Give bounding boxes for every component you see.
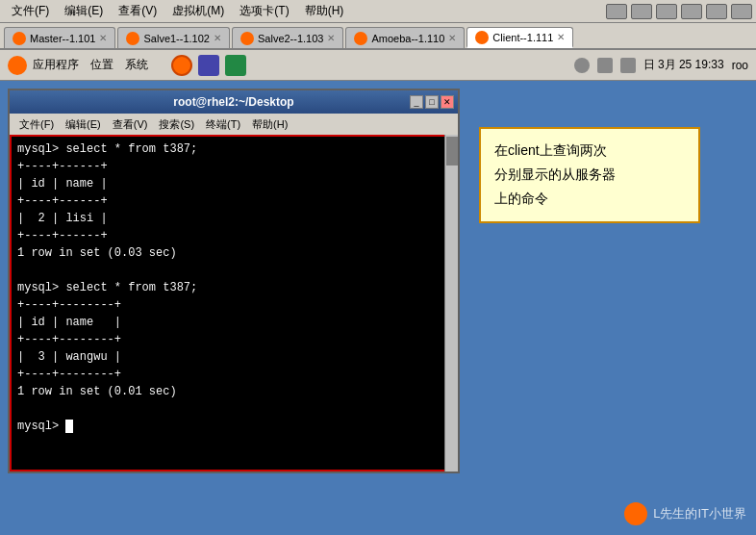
tab-bar: Master--1.101 ✕ Salve1--1.102 ✕ Salve2--… xyxy=(0,23,756,50)
term-menu-view[interactable]: 查看(V) xyxy=(107,115,154,134)
annotation-box: 在client上查询两次 分别显示的从服务器 上的命令 xyxy=(479,127,700,223)
terminal-output-line-11: | id | name | xyxy=(17,314,450,331)
menu-file[interactable]: 文件(F) xyxy=(4,1,57,21)
terminal-content[interactable]: mysql> select * from t387; +----+------+… xyxy=(10,135,458,471)
toolbar-icon-5[interactable] xyxy=(706,4,727,19)
tab-close-client[interactable]: ✕ xyxy=(557,32,565,42)
toolbar-icon-6[interactable] xyxy=(731,4,752,19)
browser-icon[interactable] xyxy=(198,55,219,76)
tab-master[interactable]: Master--1.101 ✕ xyxy=(4,27,115,48)
tab-icon-client xyxy=(475,31,489,44)
watermark-icon xyxy=(624,502,647,525)
terminal-output-line-8 xyxy=(17,262,450,279)
taskbar-username: roo xyxy=(732,59,748,72)
tray-icon-1 xyxy=(574,58,590,73)
tray-icon-3 xyxy=(620,58,636,73)
files-icon[interactable] xyxy=(225,55,246,76)
terminal-output-line-2: +----+------+ xyxy=(17,158,450,175)
toolbar-icon-1[interactable] xyxy=(606,4,627,19)
menu-tab[interactable]: 选项卡(T) xyxy=(232,1,296,21)
watermark: L先生的IT小世界 xyxy=(624,502,746,525)
tab-icon-salve2 xyxy=(240,32,254,45)
menu-help[interactable]: 帮助(H) xyxy=(297,1,352,21)
toolbar-icon-2[interactable] xyxy=(631,4,652,19)
terminal-output-line-6: +----+------+ xyxy=(17,227,450,244)
terminal-scrollbar[interactable] xyxy=(444,135,458,471)
tab-close-salve1[interactable]: ✕ xyxy=(214,33,221,43)
term-menu-help[interactable]: 帮助(H) xyxy=(246,115,293,134)
terminal-close-button[interactable]: ✕ xyxy=(441,95,454,109)
terminal-output-line-5: | 2 | lisi | xyxy=(17,210,450,227)
terminal-controls: _ □ ✕ xyxy=(410,95,454,109)
toolbar-icon-3[interactable] xyxy=(656,4,677,19)
tab-icon-amoeba xyxy=(354,32,367,45)
tab-client[interactable]: Client--1.111 ✕ xyxy=(466,27,573,48)
terminal-prompt-line: mysql> xyxy=(17,418,450,435)
menu-edit[interactable]: 编辑(E) xyxy=(57,1,111,21)
taskbar-apps[interactable]: 应用程序 xyxy=(33,57,79,73)
terminal-titlebar: root@rhel2:~/Desktop _ □ ✕ xyxy=(10,90,458,114)
terminal-title: root@rhel2:~/Desktop xyxy=(173,95,293,109)
taskbar-datetime: 日 3月 25 19:33 xyxy=(643,57,724,73)
tab-close-amoeba[interactable]: ✕ xyxy=(448,33,456,43)
terminal-output-line-15: 1 row in set (0.01 sec) xyxy=(17,383,450,400)
terminal-scroll-thumb[interactable] xyxy=(446,137,458,166)
terminal-minimize-button[interactable]: _ xyxy=(410,95,423,109)
term-menu-terminal[interactable]: 终端(T) xyxy=(200,115,246,134)
tab-icon-salve1 xyxy=(126,32,139,45)
tab-close-salve2[interactable]: ✕ xyxy=(327,33,335,43)
tab-amoeba[interactable]: Amoeba--1.110 ✕ xyxy=(345,27,465,48)
toolbar-icon-4[interactable] xyxy=(681,4,702,19)
tab-salve1[interactable]: Salve1--1.102 ✕ xyxy=(117,27,230,48)
tray-icon-2 xyxy=(597,58,613,73)
taskbar-location[interactable]: 位置 xyxy=(90,57,113,73)
watermark-text: L先生的IT小世界 xyxy=(653,505,746,522)
tab-icon-master xyxy=(13,32,26,45)
tab-salve2[interactable]: Salve2--1.103 ✕ xyxy=(232,27,344,48)
annotation-line1: 在client上查询两次 xyxy=(494,142,607,158)
terminal-output-line-13: | 3 | wangwu | xyxy=(17,348,450,366)
terminal-output-line-12: +----+--------+ xyxy=(17,331,450,348)
term-menu-search[interactable]: 搜索(S) xyxy=(153,115,200,134)
menu-view[interactable]: 查看(V) xyxy=(111,1,164,21)
terminal-cursor xyxy=(65,420,73,433)
term-menu-edit[interactable]: 编辑(E) xyxy=(60,115,107,134)
terminal-output-line-10: +----+--------+ xyxy=(17,296,450,314)
terminal-maximize-button[interactable]: □ xyxy=(425,95,439,109)
annotation-line3: 上的命令 xyxy=(494,191,548,206)
taskbar: 应用程序 位置 系统 日 3月 25 19:33 roo xyxy=(0,50,756,81)
taskbar-system[interactable]: 系统 xyxy=(125,57,148,73)
top-menubar: 文件(F) 编辑(E) 查看(V) 虚拟机(M) 选项卡(T) 帮助(H) xyxy=(0,0,756,23)
tab-close-master[interactable]: ✕ xyxy=(99,33,107,43)
menu-vm[interactable]: 虚拟机(M) xyxy=(164,1,232,21)
terminal-output-line-4: +----+------+ xyxy=(17,192,450,210)
terminal-output-line-1: mysql> select * from t387; xyxy=(17,140,450,158)
terminal-output-line-9: mysql> select * from t387; xyxy=(17,279,450,296)
terminal-output-line-7: 1 row in set (0.03 sec) xyxy=(17,244,450,262)
main-area: root@rhel2:~/Desktop _ □ ✕ 文件(F) 编辑(E) 查… xyxy=(0,81,756,535)
annotation-line2: 分别显示的从服务器 xyxy=(494,166,616,182)
terminal-output-line-16 xyxy=(17,400,450,418)
terminal-output-line-14: +----+--------+ xyxy=(17,366,450,383)
terminal-window: root@rhel2:~/Desktop _ □ ✕ 文件(F) 编辑(E) 查… xyxy=(8,89,460,473)
term-menu-file[interactable]: 文件(F) xyxy=(13,115,60,134)
terminal-menubar: 文件(F) 编辑(E) 查看(V) 搜索(S) 终端(T) 帮助(H) xyxy=(10,114,458,135)
taskbar-app-icon xyxy=(8,56,27,75)
terminal-output-line-3: | id | name | xyxy=(17,175,450,192)
firefox-icon[interactable] xyxy=(171,55,192,76)
taskbar-right: 日 3月 25 19:33 roo xyxy=(574,57,748,73)
